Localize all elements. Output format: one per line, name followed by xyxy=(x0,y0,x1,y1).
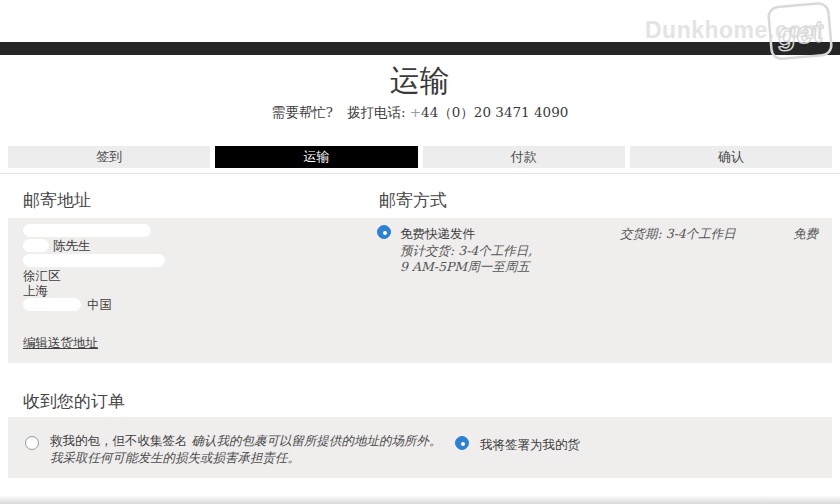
shipping-method-name: 免费快递发件 xyxy=(400,226,475,243)
call-label: 拨打电话: xyxy=(347,104,406,120)
tab-shipping[interactable]: 运输 xyxy=(215,146,417,168)
phone-number: 44（0）20 3471 4090 xyxy=(421,104,568,120)
address-line-city: 上海 xyxy=(23,284,165,299)
redaction-blob xyxy=(23,239,49,252)
get-logo-icon: get xyxy=(766,1,836,61)
redaction-blob xyxy=(23,224,151,237)
address-line-redacted xyxy=(23,224,165,239)
footer-gradient-strip xyxy=(0,495,840,504)
shipping-price: 免费 xyxy=(793,226,818,243)
tabs-divider xyxy=(0,173,840,174)
sign-for-goods-radio-selected-icon[interactable] xyxy=(455,436,469,450)
leave-package-radio-unselected-icon[interactable] xyxy=(25,436,39,450)
sign-for-goods-option-text: 我将签署为我的货 xyxy=(480,437,580,454)
edit-address-link[interactable]: 编辑送货地址 xyxy=(23,336,98,351)
tab-confirm[interactable]: 确认 xyxy=(630,146,832,168)
help-line: 需要帮忙?拨打电话: +44（0）20 3471 4090 xyxy=(0,104,840,122)
tab-sign-in[interactable]: 签到 xyxy=(8,146,210,168)
checkout-shipping-page: Dunkhome.com get 运输 需要帮忙?拨打电话: +44（0）20 … xyxy=(0,0,840,504)
shipping-address-heading: 邮寄地址 xyxy=(23,189,91,212)
receive-order-panel: 救我的包，但不收集签名 确认我的包裹可以留所提供的地址的场所外。我采取任何可能发… xyxy=(8,417,832,478)
phone-plus: + xyxy=(410,104,421,120)
address-line-redacted xyxy=(23,254,165,269)
shipping-method-radio-selected-icon[interactable] xyxy=(377,225,391,239)
shipping-address-block: 陈先生 徐汇区 上海 中国 编辑送货地址 xyxy=(23,224,165,351)
redaction-blob xyxy=(23,254,165,267)
receive-order-heading: 收到您的订单 xyxy=(23,390,125,413)
leave-package-option-text: 救我的包，但不收集签名 确认我的包裹可以留所提供的地址的场所外。我采取任何可能发… xyxy=(50,433,444,466)
address-line-district: 徐汇区 xyxy=(23,269,165,284)
page-title: 运输 xyxy=(0,61,840,102)
address-line-name: 陈先生 xyxy=(23,239,165,254)
tab-payment[interactable]: 付款 xyxy=(423,146,625,168)
svg-text:get: get xyxy=(775,14,826,51)
redaction-blob xyxy=(23,298,81,311)
delivery-period-label: 交货期: 3-4个工作日 xyxy=(620,226,736,243)
shipping-method-heading: 邮寄方式 xyxy=(379,189,447,212)
shipping-method-detail: 预计交货: 3-4个工作日, 9 AM-5PM周一至周五 xyxy=(400,243,532,275)
shipping-panel: 陈先生 徐汇区 上海 中国 编辑送货地址 免费快递发件 预计交货: 3-4个工作… xyxy=(8,218,832,363)
help-prefix: 需要帮忙? xyxy=(272,104,333,120)
address-line-country: 中国 xyxy=(23,298,165,313)
checkout-steps-tabs: 签到 运输 付款 确认 xyxy=(8,146,832,168)
